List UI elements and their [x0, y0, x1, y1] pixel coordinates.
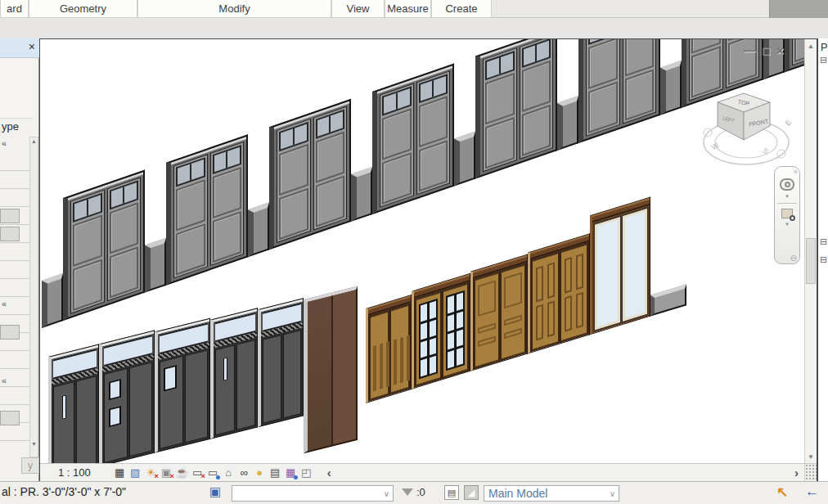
drawing-viewport[interactable]: — □ × W S E TOP FRONT LEFT × ▾ ▾ — [39, 38, 817, 481]
collapse-chevron-icon[interactable]: « — [2, 376, 7, 385]
wall-pier[interactable] — [145, 238, 166, 293]
ribbon-panel-geometry[interactable]: Geometry — [29, 0, 137, 18]
tree-expander-icon[interactable]: ⊟ — [820, 55, 827, 65]
parameter-button[interactable] — [0, 227, 20, 241]
navigation-bar: × ▾ ▾ ⊖ — [774, 166, 800, 264]
scroll-up-icon[interactable]: ▲ — [805, 43, 817, 50]
restore-icon[interactable]: □ — [763, 44, 769, 57]
door-overhead-gray[interactable] — [578, 38, 660, 143]
tree-expander-icon[interactable]: ⊟ — [820, 254, 827, 265]
collapse-chevron-icon[interactable]: « — [2, 138, 7, 148]
displacement-sets-icon[interactable]: ◰ — [299, 465, 314, 480]
wall-pier[interactable] — [454, 132, 475, 187]
crop-view-icon[interactable]: ▭× — [190, 465, 205, 480]
palette-scrollbar[interactable] — [29, 137, 38, 457]
door-wood-horizontal-panels[interactable] — [470, 254, 528, 371]
resize-grip[interactable] — [804, 463, 817, 481]
wall-pier[interactable] — [42, 273, 63, 328]
parameter-button[interactable] — [0, 209, 20, 223]
ribbon-panel-clipboard[interactable]: ard — [0, 0, 29, 18]
zoom-dropdown-icon[interactable]: ▾ — [785, 221, 789, 227]
door-glass-double[interactable] — [590, 197, 650, 335]
scroll-right-icon[interactable]: › — [794, 466, 799, 479]
active-option-icon[interactable]: ◢ — [464, 485, 479, 500]
edit-type-label[interactable]: ype — [2, 120, 19, 133]
door-wood-glass-grid[interactable] — [412, 273, 470, 389]
shadows-icon[interactable]: ▣× — [159, 465, 174, 480]
chevron-down-icon[interactable]: ∨ — [610, 489, 615, 498]
door-sliding-brown[interactable] — [304, 286, 358, 453]
vertical-scroll-thumb[interactable] — [806, 238, 816, 284]
ribbon-panel-create[interactable]: Create — [431, 0, 492, 18]
door-overhead-gray[interactable] — [372, 63, 454, 214]
door-metal-slit-window[interactable] — [210, 308, 258, 439]
door-metal-slit-window[interactable] — [48, 344, 99, 479]
ribbon-panel-modify[interactable]: Modify — [137, 0, 331, 18]
compass-south[interactable]: S — [762, 146, 770, 156]
parameter-button[interactable] — [0, 411, 20, 425]
worksets-icon[interactable]: ▣ — [209, 484, 221, 499]
navbar-close-icon[interactable]: × — [794, 168, 798, 176]
visual-style-icon[interactable]: ▧ — [128, 465, 143, 480]
tree-expander-icon[interactable]: ⊟ — [820, 236, 827, 247]
door-overhead-gray[interactable] — [475, 38, 557, 179]
close-icon[interactable]: × — [776, 44, 783, 57]
compass-east[interactable]: E — [784, 119, 794, 128]
door-wood-four-panel[interactable] — [528, 233, 590, 353]
temporary-hide-isolate-icon[interactable]: ∞ — [236, 465, 252, 480]
select-toggle-icon[interactable]: ← — [805, 484, 819, 500]
exclude-options-icon[interactable]: ↖ — [776, 484, 788, 501]
analytical-model-icon[interactable]: ▦ — [283, 465, 299, 480]
scroll-up-icon[interactable]: ▲ — [30, 138, 38, 144]
scale-button[interactable]: 1 : 100 — [58, 466, 91, 479]
steering-wheel-icon[interactable] — [780, 178, 794, 191]
project-browser-panel: P ⊟ ⊟ ⊟ — [817, 38, 828, 481]
wall-stub[interactable] — [650, 284, 686, 316]
workset-dropdown[interactable]: ∨ — [232, 485, 394, 502]
apply-button[interactable]: y — [21, 457, 39, 474]
ribbon-panel-view[interactable]: View — [331, 0, 385, 18]
door-overhead-gray[interactable] — [166, 134, 248, 285]
scroll-down-icon[interactable]: ▼ — [805, 453, 817, 461]
parameter-button[interactable] — [0, 325, 20, 340]
vertical-scrollbar[interactable]: ▲ ▼ — [804, 39, 817, 464]
door-metal-flush[interactable] — [258, 298, 304, 427]
zoom-tool-icon[interactable] — [781, 209, 793, 218]
scroll-left-icon[interactable]: ‹ — [327, 466, 331, 479]
minimize-icon[interactable]: — — [744, 44, 755, 57]
door-metal-two-windows[interactable] — [99, 331, 155, 467]
design-options-dialog-icon[interactable]: ▤ — [444, 485, 459, 500]
detail-level-icon[interactable]: ▦ — [112, 465, 128, 480]
ribbon-panel-row: ard Geometry Modify View Measure Create — [0, 0, 828, 18]
design-option-dropdown[interactable]: Main Model ∨ — [484, 485, 619, 502]
sun-path-icon[interactable]: ☀× — [143, 465, 159, 480]
reveal-hidden-elements-icon[interactable]: ● — [252, 465, 268, 480]
ribbon-panel-measure[interactable]: Measure — [385, 0, 431, 18]
wall-pier[interactable] — [557, 96, 578, 151]
chevron-down-icon[interactable]: ∨ — [384, 489, 389, 498]
filter-icon[interactable] — [402, 488, 413, 496]
temporary-view-properties-icon[interactable]: ▤ — [268, 465, 283, 480]
wall-pier[interactable] — [660, 61, 682, 115]
door-overhead-gray[interactable] — [269, 99, 351, 250]
compass-knob[interactable] — [777, 150, 785, 158]
door-metal-vision-window[interactable] — [155, 318, 210, 453]
crop-region-icon[interactable]: ▭ — [205, 465, 221, 480]
rendering-dialog-icon[interactable]: ☕ — [174, 465, 190, 480]
lock-3d-view-icon[interactable]: ⌂ — [221, 465, 236, 480]
wall-pier[interactable] — [248, 202, 269, 257]
scroll-down-icon[interactable]: ▼ — [30, 441, 38, 447]
revit-window: ard Geometry Modify View Measure Create … — [0, 0, 828, 504]
navbar-minimize-icon[interactable]: ⊖ — [790, 254, 797, 263]
view-control-bar: 1 : 100 ▦▧☀×▣×☕▭×▭⌂∞●▤▦◰ ‹ › — [40, 463, 805, 481]
type-preview — [0, 58, 33, 119]
wall-pier[interactable] — [351, 167, 372, 222]
properties-palette: × ype « « « ▲ ▼ y — [0, 38, 39, 481]
collapse-chevron-icon[interactable]: « — [2, 299, 7, 308]
ribbon-right-block — [769, 0, 828, 18]
viewcube[interactable]: W S E TOP FRONT LEFT — [701, 85, 798, 177]
door-overhead-gray[interactable] — [63, 170, 145, 321]
door-wood-slat[interactable] — [366, 295, 412, 403]
close-icon[interactable]: × — [29, 40, 35, 53]
wheel-dropdown-icon[interactable]: ▾ — [785, 193, 789, 200]
